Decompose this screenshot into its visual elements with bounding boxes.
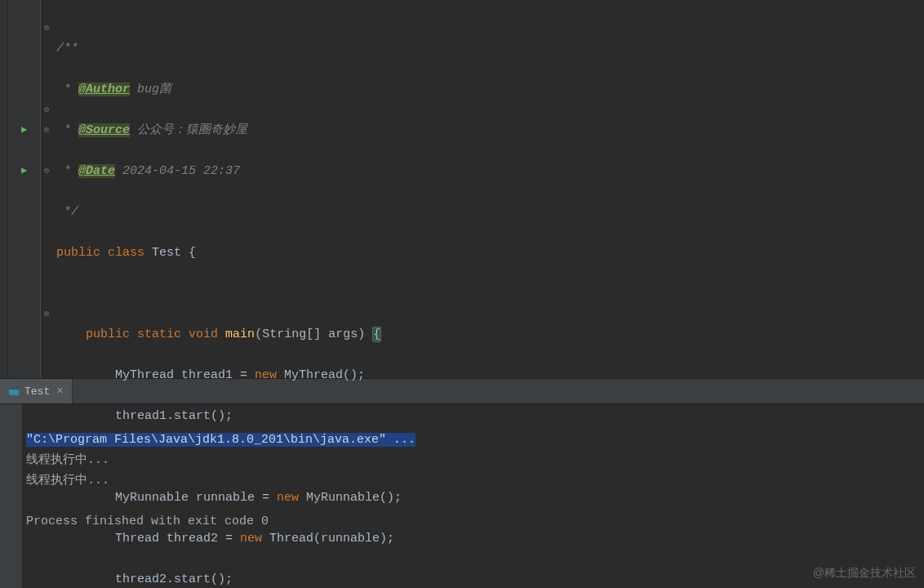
gutter-row[interactable] [8,243,40,263]
gutter-row[interactable] [8,202,40,222]
gutter-row[interactable] [8,222,40,243]
run-tab-label: Test [24,385,50,398]
watermark-text: @稀土掘金技术社区 [813,563,916,583]
console-exit-line: Process finished with exit code 0 [26,514,269,528]
fold-icon[interactable]: ⊖ [41,100,52,120]
console-line: 线程执行中... [26,474,109,488]
method-main: main [225,327,255,341]
gutter-row[interactable] [8,181,40,202]
doc-date-value: 2024-04-15 22:37 [122,164,240,178]
brace: { [189,246,196,260]
main-params: (String[] args) [255,327,365,341]
editor-pane: ▶ ▶ ⊖ ⊖ ⊖ ⊖ ⊖ /** * @Author bug菌 * @Sour… [0,0,924,378]
run-console: "C:\Program Files\Java\jdk1.8.0_201\bin\… [0,404,924,588]
code-text: MyThread thread1 = [115,368,255,382]
gutter-row[interactable] [8,38,40,59]
gutter-row[interactable] [8,304,40,324]
kw-class: class [108,246,144,260]
run-gutter-icon[interactable]: ▶ [21,161,27,181]
kw-void: void [189,327,218,341]
svg-rect-1 [9,387,19,390]
gutter-row[interactable] [8,345,40,365]
gutter-row[interactable]: ▶ [8,161,40,181]
left-margin [0,0,8,378]
doc-tag-source: @Source [78,123,130,137]
kw-new: new [255,368,277,382]
gutter-row[interactable] [8,100,40,120]
run-config-icon [8,385,20,397]
gutter-row[interactable] [8,283,40,304]
fold-icon[interactable]: ⊖ [41,18,52,38]
doc-close: */ [56,205,78,219]
gutter-row[interactable] [8,324,40,345]
doc-tag-date: @Date [78,164,115,178]
console-toolbar[interactable] [0,404,23,588]
kw-static: static [137,327,181,341]
doc-tag-author: @Author [78,82,130,96]
fold-icon[interactable]: ⊖ [41,120,52,140]
fold-icon[interactable]: ⊖ [41,304,52,324]
gutter-row[interactable]: ▶ [8,120,40,140]
code-text: MyThread(); [277,368,365,382]
code-editor[interactable]: /** * @Author bug菌 * @Source 公众号：猿圈奇妙屋 *… [52,0,924,378]
doc-author-value: bug菌 [137,82,171,96]
class-name: Test [152,246,181,260]
brace-open-matched: { [372,327,381,342]
console-command-line: "C:\Program Files\Java\jdk1.8.0_201\bin\… [26,433,415,447]
fold-gutter[interactable]: ⊖ ⊖ ⊖ ⊖ ⊖ [41,0,52,378]
gutter-row[interactable] [8,263,40,283]
kw-public: public [86,327,130,341]
gutter-row[interactable] [8,140,40,161]
console-output[interactable]: "C:\Program Files\Java\jdk1.8.0_201\bin\… [23,404,924,588]
doc-open: /** [56,42,78,56]
fold-icon[interactable]: ⊖ [41,161,52,181]
gutter-row[interactable] [8,79,40,100]
kw-public: public [56,246,100,260]
gutter-row[interactable] [8,59,40,79]
console-line: 线程执行中... [26,453,109,467]
gutter-row[interactable] [8,18,40,38]
doc-source-value: 公众号：猿圈奇妙屋 [137,123,247,137]
line-number-gutter[interactable]: ▶ ▶ [8,0,41,378]
run-gutter-icon[interactable]: ▶ [21,120,27,140]
